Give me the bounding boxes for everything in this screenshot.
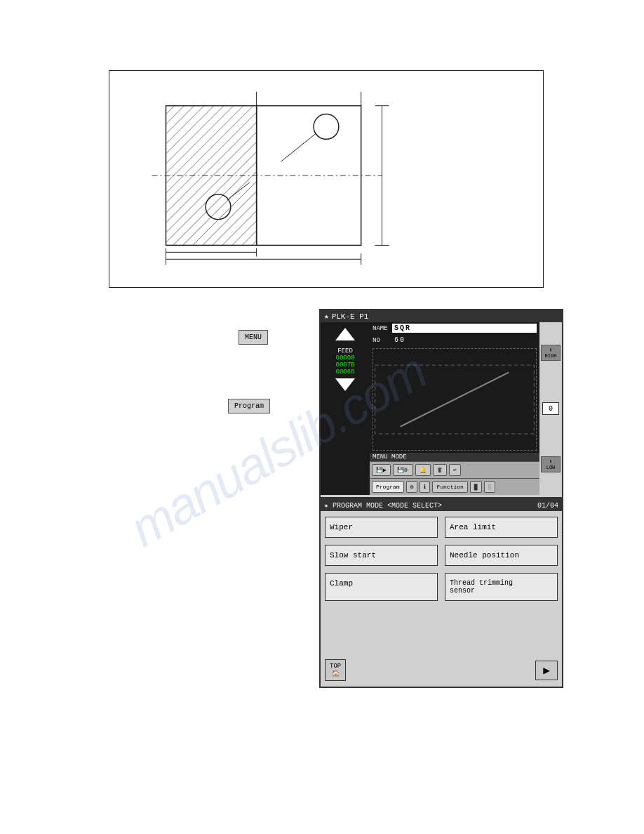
btn-function[interactable]: Function bbox=[432, 481, 467, 493]
btn-pattern1[interactable]: ▓ bbox=[470, 481, 482, 493]
nav-right-icon: ▶ bbox=[543, 663, 550, 677]
plk-title: PLK-E P1 bbox=[332, 312, 369, 321]
feed-value-1: 00000 bbox=[335, 355, 354, 362]
btn-program-mode[interactable]: Program bbox=[372, 481, 404, 493]
feed-label: FEED bbox=[337, 348, 353, 355]
btn-wiper[interactable]: Wiper bbox=[325, 517, 438, 538]
program-mode-panel: ★ PROGRAM MODE <MODE SELECT> 01/04 Wiper… bbox=[319, 498, 563, 688]
plk-panel: ★ PLK-E P1 FEED 00000 0007B 00068 NAME S… bbox=[319, 309, 563, 498]
menu-button[interactable]: MENU bbox=[239, 330, 268, 345]
plk-graph bbox=[373, 348, 537, 451]
btn-clamp[interactable]: Clamp bbox=[325, 573, 438, 601]
btn-nav-right[interactable]: ▶ bbox=[535, 661, 558, 680]
btn-save-right[interactable]: 💾▶ bbox=[372, 464, 391, 476]
btn-bell[interactable]: 🔔 bbox=[415, 464, 431, 476]
plk-center-display: NAME SQR NO 60 MENU MODE 💾▶ 💾⊪ 🔔 🗑 ↩ bbox=[370, 322, 539, 495]
svg-line-20 bbox=[401, 372, 509, 426]
btn-top[interactable]: TOP 🏠 bbox=[325, 659, 346, 681]
program-title-bar: ★ PROGRAM MODE <MODE SELECT> 01/04 bbox=[321, 500, 562, 511]
btn-needle-position[interactable]: Needle position bbox=[445, 545, 558, 566]
program-page: 01/04 bbox=[537, 502, 558, 510]
plk-body: FEED 00000 0007B 00068 NAME SQR NO 60 M bbox=[321, 322, 562, 495]
name-label: NAME bbox=[373, 325, 392, 332]
technical-drawing bbox=[109, 70, 544, 288]
low-indicator: ⬇ LOW bbox=[541, 456, 561, 472]
program-title-text: PROGRAM MODE <MODE SELECT> bbox=[333, 502, 442, 510]
plk-btn-row-1: 💾▶ 💾⊪ 🔔 🗑 ↩ bbox=[370, 461, 539, 478]
svg-point-6 bbox=[314, 114, 339, 140]
program-title: ★ PROGRAM MODE <MODE SELECT> bbox=[324, 501, 442, 510]
name-row: NAME SQR bbox=[370, 322, 539, 334]
menu-mode-bar: MENU MODE bbox=[370, 453, 539, 461]
feed-down-arrow[interactable] bbox=[335, 378, 355, 391]
btn-info-icon[interactable]: ℹ bbox=[420, 481, 430, 493]
btn-save-stop[interactable]: 💾⊪ bbox=[393, 464, 413, 476]
plk-title-bar: ★ PLK-E P1 bbox=[321, 310, 562, 322]
plk-right-indicators: ⬆ HIGH 0 ⬇ LOW bbox=[539, 322, 562, 495]
program-button[interactable]: Program bbox=[228, 399, 270, 413]
plk-btn-row-2: Program ⚙ ℹ Function ▓ ░ bbox=[370, 478, 539, 495]
speed-value: 0 bbox=[542, 402, 559, 415]
program-title-icon: ★ bbox=[324, 502, 328, 510]
btn-pattern2[interactable]: ░ bbox=[484, 481, 496, 493]
btn-thread-trimming-sensor[interactable]: Thread trimmingsensor bbox=[445, 573, 558, 601]
high-label: HIGH bbox=[542, 353, 559, 359]
no-value: 60 bbox=[392, 336, 408, 345]
btn-slow-start[interactable]: Slow start bbox=[325, 545, 438, 566]
btn-area-limit[interactable]: Area limit bbox=[445, 517, 558, 538]
plk-title-icon: ★ bbox=[324, 312, 329, 321]
no-row: NO 60 bbox=[370, 334, 539, 346]
top-label: TOP bbox=[330, 663, 341, 670]
low-icon: ⬇ bbox=[542, 458, 559, 465]
high-icon: ⬆ bbox=[542, 347, 559, 353]
feed-value-2: 0007B bbox=[335, 362, 354, 369]
program-mode-body: Wiper Area limit Slow start Needle posit… bbox=[321, 511, 562, 607]
feed-value-3: 00068 bbox=[335, 369, 354, 376]
plk-left-controls: FEED 00000 0007B 00068 bbox=[321, 322, 370, 495]
feed-up-arrow[interactable] bbox=[335, 328, 355, 340]
btn-return[interactable]: ↩ bbox=[449, 464, 461, 476]
top-icon: 🏠 bbox=[332, 670, 340, 677]
btn-settings-icon[interactable]: ⚙ bbox=[406, 481, 418, 493]
low-label: LOW bbox=[542, 465, 559, 470]
program-footer: TOP 🏠 ▶ bbox=[325, 659, 558, 681]
name-value: SQR bbox=[392, 324, 537, 333]
btn-trash[interactable]: 🗑 bbox=[433, 464, 447, 476]
no-label: NO bbox=[373, 337, 392, 344]
svg-line-8 bbox=[281, 133, 316, 161]
high-indicator: ⬆ HIGH bbox=[541, 345, 561, 361]
